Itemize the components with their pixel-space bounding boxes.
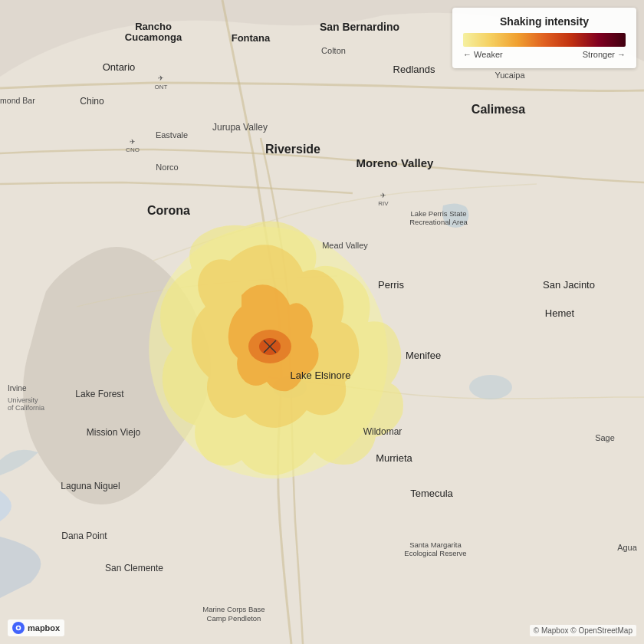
svg-text:Wildomar: Wildomar	[363, 426, 402, 437]
svg-text:Moreno Valley: Moreno Valley	[356, 156, 435, 169]
mapbox-logo-icon	[12, 622, 25, 634]
svg-text:Lake Elsinore: Lake Elsinore	[291, 370, 351, 381]
svg-text:Temecula: Temecula	[410, 488, 453, 499]
attribution-text: © Mapbox © OpenStreetMap	[530, 625, 636, 636]
svg-text:Sage: Sage	[595, 433, 615, 442]
svg-text:Calimesa: Calimesa	[472, 103, 525, 116]
svg-text:RIV: RIV	[378, 200, 389, 207]
svg-text:Norco: Norco	[156, 163, 178, 172]
legend-stronger-label: Stronger →	[583, 50, 626, 59]
svg-text:Lake Perris State: Lake Perris State	[411, 209, 467, 218]
legend-color-bar	[463, 33, 626, 47]
svg-text:Fontana: Fontana	[232, 32, 271, 44]
svg-text:Riverside: Riverside	[265, 143, 320, 156]
svg-text:San Jacinto: San Jacinto	[543, 279, 595, 291]
svg-text:Rancho: Rancho	[135, 21, 172, 32]
legend-title: Shaking intensity	[463, 15, 626, 28]
svg-text:✈: ✈	[380, 192, 386, 199]
svg-text:Ecological Reserve: Ecological Reserve	[404, 549, 466, 557]
svg-text:Mead Valley: Mead Valley	[322, 241, 368, 250]
svg-text:✈: ✈	[130, 138, 136, 146]
svg-text:Cucamonga: Cucamonga	[125, 31, 182, 43]
svg-text:Jurupa Valley: Jurupa Valley	[212, 122, 268, 133]
svg-text:Colton: Colton	[321, 46, 346, 55]
svg-text:San Clemente: San Clemente	[105, 563, 163, 573]
svg-text:Camp Pendleton: Camp Pendleton	[207, 614, 261, 623]
svg-text:Mission Viejo: Mission Viejo	[87, 427, 141, 438]
svg-text:CNO: CNO	[126, 146, 140, 153]
mapbox-logo[interactable]: mapbox	[8, 619, 64, 636]
svg-text:Diamond Bar: Diamond Bar	[0, 96, 35, 105]
mapbox-logo-label: mapbox	[28, 623, 60, 632]
svg-text:Santa Margarita: Santa Margarita	[409, 540, 462, 549]
svg-text:Dana Point: Dana Point	[61, 531, 107, 541]
svg-text:University: University	[8, 396, 38, 404]
svg-text:Menifee: Menifee	[406, 350, 441, 361]
svg-text:Marine Corps Base: Marine Corps Base	[202, 605, 264, 613]
svg-text:Eastvale: Eastvale	[156, 130, 188, 140]
svg-text:Laguna Niguel: Laguna Niguel	[61, 481, 120, 491]
svg-text:Agua: Agua	[617, 543, 638, 552]
svg-text:✈: ✈	[158, 74, 164, 82]
svg-text:ONT: ONT	[155, 84, 168, 90]
svg-text:Murrieta: Murrieta	[376, 452, 412, 464]
svg-text:Lake Forest: Lake Forest	[75, 389, 124, 399]
legend-axis-labels: ← Weaker Stronger →	[463, 50, 626, 59]
svg-text:Irvine: Irvine	[8, 384, 27, 393]
svg-text:Recreational Area: Recreational Area	[409, 218, 468, 226]
svg-point-2	[469, 375, 512, 399]
svg-text:Perris: Perris	[378, 279, 404, 291]
svg-text:Corona: Corona	[147, 204, 190, 217]
svg-text:Chino: Chino	[80, 96, 104, 107]
svg-text:San Bernardino: San Bernardino	[320, 21, 399, 33]
legend-panel: Shaking intensity ← Weaker Stronger →	[452, 8, 636, 68]
map-container: ✈ ONT ✈ CNO ✈ RIV Rancho Cucamonga Fonta…	[0, 0, 644, 644]
map-svg: ✈ ONT ✈ CNO ✈ RIV Rancho Cucamonga Fonta…	[0, 0, 644, 644]
svg-text:of California: of California	[8, 404, 44, 412]
legend-weaker-label: ← Weaker	[463, 50, 503, 59]
svg-text:Ontario: Ontario	[103, 61, 136, 73]
svg-text:Redlands: Redlands	[393, 64, 435, 75]
svg-text:Hemet: Hemet	[545, 307, 575, 319]
svg-text:Yucaipa: Yucaipa	[495, 71, 525, 80]
svg-point-58	[17, 626, 19, 629]
